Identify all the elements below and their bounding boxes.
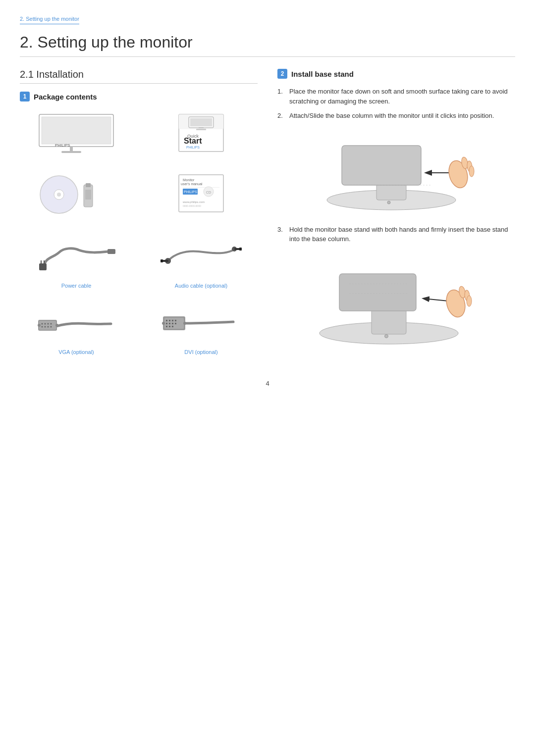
step-1-text: Place the monitor face down on soft and … <box>289 87 515 106</box>
manual-image: Monitor user's manual PHILIPS CD www.phi… <box>157 170 246 219</box>
svg-rect-30 <box>39 263 47 270</box>
svg-rect-63 <box>169 326 170 327</box>
cd-image <box>32 170 121 219</box>
right-column: 2 Install base stand 1. Place the monito… <box>277 69 515 360</box>
list-item: 1. Place the monitor face down on soft a… <box>277 87 515 106</box>
svg-point-87 <box>385 334 388 338</box>
svg-text:PHILIPS: PHILIPS <box>55 143 70 148</box>
diagram-2 <box>277 254 515 348</box>
svg-text:0000-0000-0000: 0000-0000-0000 <box>183 204 201 207</box>
svg-rect-2 <box>70 147 73 151</box>
install-base-stand-header: 2 Install base stand <box>277 69 515 79</box>
svg-rect-1 <box>42 117 111 144</box>
svg-rect-69 <box>342 146 421 185</box>
svg-rect-57 <box>175 320 176 321</box>
svg-point-51 <box>55 324 58 327</box>
list-item: DVI (optional) <box>145 297 258 355</box>
svg-rect-64 <box>172 326 173 327</box>
svg-line-82 <box>424 299 448 301</box>
badge-2: 2 <box>277 69 287 79</box>
power-cable-caption: Power cable <box>61 283 92 289</box>
package-grid: PHILIPS <box>20 109 258 355</box>
svg-point-42 <box>42 323 43 325</box>
section-installation-title: 2.1 Installation <box>20 69 258 84</box>
step-2-num: 2. <box>277 111 285 121</box>
svg-rect-56 <box>172 320 173 321</box>
dvi-cable-image <box>157 297 246 346</box>
dvi-cable-caption: DVI (optional) <box>184 349 217 355</box>
svg-rect-39 <box>239 248 242 251</box>
power-cable-image <box>32 230 121 280</box>
vga-cable-caption: VGA (optional) <box>58 349 94 355</box>
svg-rect-55 <box>169 320 170 321</box>
svg-point-46 <box>42 326 43 328</box>
instruction-list-2: 3. Hold the monitor base stand with both… <box>277 225 515 244</box>
svg-point-49 <box>51 326 52 328</box>
list-item: Power cable <box>20 230 133 289</box>
diagram-1 <box>277 131 515 215</box>
step-3-text: Hold the monitor base stand with both ha… <box>289 225 515 244</box>
page-title: 2. Setting up the monitor <box>20 33 515 57</box>
svg-text:Start: Start <box>184 137 202 145</box>
svg-point-45 <box>51 323 52 325</box>
svg-text:Monitor: Monitor <box>183 178 195 182</box>
package-contents-header: 1 Package contents <box>20 92 258 101</box>
svg-point-50 <box>38 324 41 327</box>
svg-rect-41 <box>39 321 56 330</box>
list-item: 2. Attach/Slide the base column with the… <box>277 111 515 121</box>
svg-point-16 <box>57 193 61 197</box>
svg-text:PHILIPS: PHILIPS <box>184 190 197 194</box>
step-3-num: 3. <box>277 225 285 244</box>
svg-text:www.philips.com: www.philips.com <box>182 201 205 203</box>
list-item: Monitor user's manual PHILIPS CD www.phi… <box>145 170 258 222</box>
svg-point-48 <box>48 326 49 328</box>
svg-point-47 <box>45 326 46 328</box>
svg-point-43 <box>45 323 46 325</box>
svg-rect-3 <box>61 151 81 153</box>
svg-rect-10 <box>196 129 206 130</box>
svg-rect-8 <box>190 118 212 126</box>
svg-text:CD: CD <box>206 191 211 194</box>
svg-rect-23 <box>183 187 219 188</box>
left-column: 2.1 Installation 1 Package contents PHIL… <box>20 69 258 360</box>
svg-rect-58 <box>166 323 167 324</box>
svg-text:user's manual: user's manual <box>181 182 203 186</box>
list-item: Quick Start PHILIPS <box>145 109 258 162</box>
quickstart-image: Quick Start PHILIPS <box>157 109 246 159</box>
vga-cable-image <box>32 297 121 346</box>
svg-rect-33 <box>107 249 115 254</box>
instruction-list: 1. Place the monitor face down on soft a… <box>277 87 515 121</box>
svg-rect-79 <box>339 274 416 311</box>
list-item: PHILIPS <box>20 109 133 162</box>
package-contents-label: Package contents <box>34 93 97 101</box>
svg-text:PHILIPS: PHILIPS <box>186 146 200 149</box>
svg-rect-36 <box>160 259 163 262</box>
svg-point-76 <box>387 201 390 204</box>
svg-rect-19 <box>85 190 91 200</box>
list-item: 3. Hold the monitor base stand with both… <box>277 225 515 244</box>
svg-rect-61 <box>175 323 176 324</box>
breadcrumb: 2. Setting up the monitor <box>20 16 79 24</box>
svg-rect-60 <box>172 323 173 324</box>
list-item: Audio cable (optional) <box>145 230 258 289</box>
monitor-image: PHILIPS <box>32 109 121 159</box>
svg-point-44 <box>48 323 49 325</box>
audio-cable-caption: Audio cable (optional) <box>175 283 227 289</box>
svg-rect-59 <box>169 323 170 324</box>
step-1-num: 1. <box>277 87 285 106</box>
list-item <box>20 170 133 222</box>
svg-rect-54 <box>166 320 167 321</box>
svg-rect-62 <box>166 326 167 327</box>
install-base-stand-label: Install base stand <box>291 70 354 78</box>
list-item: VGA (optional) <box>20 297 133 355</box>
page-number: 4 <box>20 380 515 387</box>
svg-point-65 <box>162 322 165 325</box>
step-2-text: Attach/Slide the base column with the mo… <box>289 111 494 121</box>
svg-point-86 <box>467 296 472 306</box>
audio-cable-image <box>157 230 246 280</box>
svg-rect-18 <box>86 183 91 187</box>
svg-point-74 <box>469 166 474 177</box>
badge-1: 1 <box>20 92 30 101</box>
